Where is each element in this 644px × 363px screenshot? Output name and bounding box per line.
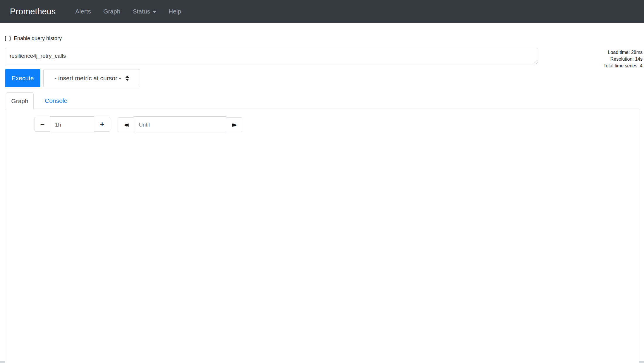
nav-help[interactable]: Help [164, 8, 186, 15]
range-decrease-button[interactable]: − [35, 117, 50, 132]
query-history-label: Enable query history [14, 35, 62, 42]
tab-graph[interactable]: Graph [6, 92, 34, 109]
query-stats: Load time: 28ms Resolution: 14s Total ti… [604, 49, 643, 69]
nav-alerts[interactable]: Alerts [71, 8, 95, 15]
resolution: Resolution: 14s [604, 56, 643, 62]
rewind-button[interactable]: ◀◀ [118, 117, 134, 132]
until-input[interactable] [134, 116, 226, 133]
tab-console[interactable]: Console [38, 92, 74, 109]
navbar: Prometheus Alerts Graph Status Help [0, 0, 644, 23]
forward-icon: ▶▶ [233, 122, 235, 127]
insert-metric-dropdown[interactable]: - insert metric at cursor - [43, 69, 140, 87]
execute-button[interactable]: Execute [5, 69, 40, 87]
query-history-row: Enable query history [5, 35, 62, 42]
chevron-down-icon [153, 11, 156, 13]
rewind-icon: ◀◀ [125, 122, 126, 127]
expression-input[interactable]: resilience4j_retry_calls [5, 48, 538, 65]
range-increase-button[interactable]: + [94, 117, 110, 132]
brand-link[interactable]: Prometheus [10, 7, 56, 16]
forward-button[interactable]: ▶▶ [226, 117, 242, 132]
nav-graph[interactable]: Graph [99, 8, 125, 15]
query-history-checkbox[interactable] [5, 36, 11, 41]
graph-panel [5, 109, 639, 363]
range-input[interactable] [50, 116, 94, 133]
select-arrows-icon [126, 76, 129, 81]
total-time-series: Total time series: 4 [604, 62, 643, 69]
nav-status-dropdown[interactable]: Status [128, 8, 161, 15]
load-time: Load time: 28ms [604, 49, 643, 56]
